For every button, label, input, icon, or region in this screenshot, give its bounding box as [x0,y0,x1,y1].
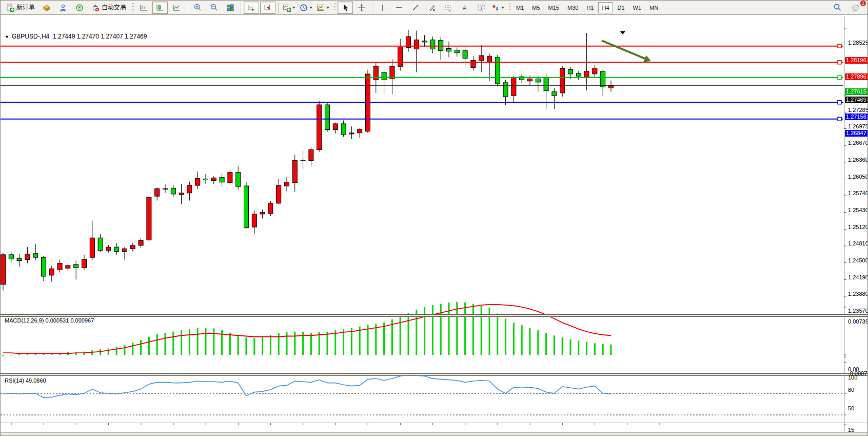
cursor-button[interactable] [338,2,353,14]
price-line-badge: 1.27469 [845,97,868,103]
trendline-button[interactable] [408,2,423,14]
zoom-out-icon [210,4,218,12]
tf-button-d1[interactable]: D1 [614,2,628,13]
line-chart-button[interactable] [169,2,184,14]
svg-text:A: A [463,4,467,11]
hline-handle[interactable] [838,117,841,121]
toolbar-separator [372,3,372,13]
trend-arrow[interactable] [602,41,645,59]
vertical-line-button[interactable] [375,2,390,14]
indicators-button[interactable] [281,2,297,14]
toolbar-grip[interactable] [334,3,336,12]
candlestick [511,76,516,102]
macd-histogram-bar [562,337,563,355]
candlestick [179,184,184,204]
text-label-button[interactable]: T [474,2,489,14]
candle-body [66,266,70,268]
macd-histogram-bar [262,337,263,355]
arrows-button[interactable] [490,2,506,14]
candle-body [398,47,403,66]
candle-body [260,213,265,214]
templates-button[interactable] [315,2,331,14]
candlestick [66,262,70,271]
autotrade-label: 自动交易 [102,3,126,12]
rsi-tick-label: 100 [848,374,857,381]
zoom-out-button[interactable] [206,2,222,14]
macd-histogram-bar [140,340,142,355]
chart-canvas[interactable] [1,15,868,436]
candle-body [211,178,216,180]
price-tick-label: 1.25430 [848,207,868,213]
zoom-in-button[interactable] [190,2,205,14]
gold-box-icon [43,4,51,12]
toolbar-separator [278,3,279,13]
text-button[interactable]: A [457,2,472,14]
tf-button-mn[interactable]: MN [646,2,662,13]
candlestick-chart-icon [156,4,164,12]
tf-button-m30[interactable]: M30 [564,2,582,13]
candle-body [285,182,289,186]
periods-button[interactable] [298,2,314,14]
alerts-button[interactable] [72,2,87,14]
tf-button-w1[interactable]: W1 [629,2,645,13]
candle-body [528,79,532,81]
zoom-in-icon [193,4,202,12]
auto-scroll-button[interactable] [244,2,259,14]
candle-body [98,238,103,250]
macd-histogram-bar [181,330,182,355]
hline-handle[interactable] [838,44,841,48]
tf-button-h4[interactable]: H4 [598,2,613,13]
toolbar: 新订单 自动交易 [1,1,868,15]
candlestick [528,75,532,85]
tile-windows-button[interactable] [223,2,238,14]
pane-separator[interactable] [1,373,868,376]
fibonacci-button[interactable]: F [441,2,456,14]
macd-histogram-bar [545,333,547,355]
pane-separator[interactable] [1,314,868,317]
candlestick [544,73,548,109]
tf-button-m15[interactable]: M15 [545,2,563,13]
candle-body [390,66,394,79]
horizontal-line-button[interactable] [391,2,407,14]
hline-handle[interactable] [838,101,841,104]
candlestick-chart-button[interactable] [152,2,168,14]
candle-body [147,197,151,240]
search-button[interactable] [830,2,845,14]
hline-handle[interactable] [838,61,841,64]
chart-window[interactable]: ▼GBPUSD-,H4 1.27449 1.27470 1.27407 1.27… [1,15,868,432]
tf-button-m1[interactable]: M1 [512,2,527,13]
candlestick [268,201,273,216]
notifications-button[interactable]: 1 [849,2,864,14]
macd-histogram-bar [238,335,239,355]
trend-arrow-head[interactable] [643,55,652,65]
profiles-button[interactable] [55,2,71,14]
macd-histogram-bar [246,337,247,355]
candle-body [292,161,297,183]
trendline-icon [411,4,420,12]
chart-shift-marker-icon[interactable] [620,31,625,34]
chart-shift-button[interactable] [260,2,275,14]
new-order-button[interactable]: 新订单 [3,2,38,14]
macd-histogram-bar [10,355,12,355]
price-tick-label: 1.24810 [848,240,868,247]
macd-histogram-bar [165,333,166,355]
candle-body [163,188,168,189]
tf-button-h1[interactable]: H1 [583,2,597,13]
market-watch-button[interactable] [39,2,54,14]
hline-handle[interactable] [838,75,841,79]
tf-button-m5[interactable]: M5 [528,2,543,13]
candle-body [9,255,13,259]
toolbar-grip[interactable] [132,3,134,12]
autotrade-button[interactable]: 自动交易 [88,2,129,14]
window-bottom-strip [1,432,868,436]
price-tick-label: 1.26050 [848,174,868,180]
equidistant-channel-button[interactable]: E [424,2,440,14]
candlestick [390,60,394,94]
macd-histogram-bar [197,328,199,355]
candle-body [33,254,38,257]
crosshair-button[interactable] [354,2,369,14]
toolbar-grip[interactable] [509,3,510,12]
bar-chart-button[interactable] [136,2,151,14]
chart-dropdown-icon[interactable]: ▼ [5,34,9,40]
candlestick [123,247,127,259]
